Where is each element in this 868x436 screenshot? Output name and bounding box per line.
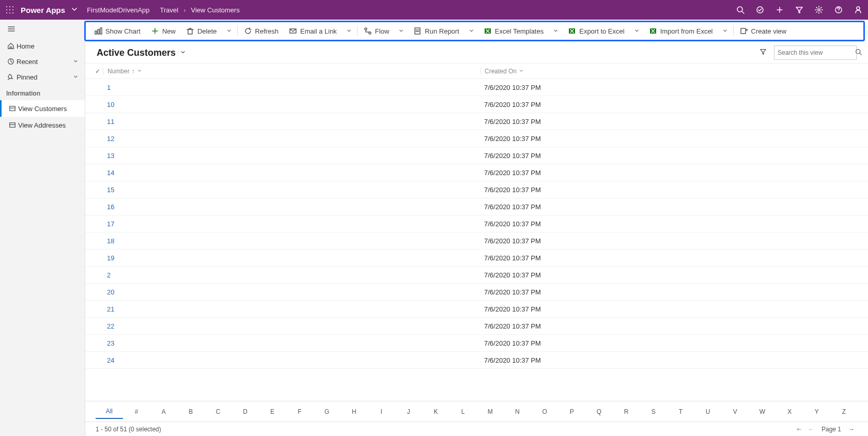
table-row[interactable]: 157/6/2020 10:37 PM [85, 181, 868, 198]
cell-number[interactable]: 1 [103, 84, 480, 91]
filter-icon[interactable] [789, 6, 809, 14]
alpha-l[interactable]: L [450, 405, 477, 418]
delete-button[interactable]: Delete [181, 22, 222, 40]
alpha-r[interactable]: R [613, 405, 640, 418]
data-grid[interactable]: ✓ Number ↑ Created On 17/6/2020 10:37 PM… [85, 63, 868, 401]
alpha-p[interactable]: P [558, 405, 585, 418]
alpha-y[interactable]: Y [803, 405, 830, 418]
alpha-all[interactable]: All [96, 404, 123, 419]
breadcrumb-2[interactable]: View Customers [188, 6, 243, 14]
alpha-j[interactable]: J [395, 405, 422, 418]
alpha-a[interactable]: A [150, 405, 177, 418]
nav-home[interactable]: Home [0, 38, 85, 54]
cell-number[interactable]: 14 [103, 169, 480, 177]
alpha-x[interactable]: X [776, 405, 803, 418]
table-row[interactable]: 127/6/2020 10:37 PM [85, 130, 868, 147]
table-row[interactable]: 107/6/2020 10:37 PM [85, 96, 868, 113]
run-report-split-chevron[interactable] [464, 26, 478, 36]
table-row[interactable]: 217/6/2020 10:37 PM [85, 301, 868, 318]
alpha-q[interactable]: Q [585, 405, 613, 418]
search-icon[interactable] [731, 6, 750, 14]
cell-number[interactable]: 10 [103, 101, 480, 108]
cell-number[interactable]: 15 [103, 186, 480, 194]
add-icon[interactable] [770, 6, 789, 14]
cell-number[interactable]: 11 [103, 118, 480, 126]
alpha-#[interactable]: # [123, 405, 150, 418]
import-excel-split-chevron[interactable] [718, 26, 732, 36]
export-excel-split-chevron[interactable] [630, 26, 644, 36]
alpha-c[interactable]: C [205, 405, 232, 418]
cell-number[interactable]: 19 [103, 254, 480, 262]
cell-number[interactable]: 2 [103, 271, 480, 279]
excel-templates-split-chevron[interactable] [549, 26, 563, 36]
view-switcher-chevron[interactable] [180, 49, 186, 57]
alpha-n[interactable]: N [504, 405, 531, 418]
funnel-icon[interactable] [760, 48, 767, 57]
help-icon[interactable] [829, 6, 848, 14]
alpha-u[interactable]: U [694, 405, 722, 418]
table-row[interactable]: 27/6/2020 10:37 PM [85, 267, 868, 284]
sidebar-item-view-addresses[interactable]: View Addresses [0, 117, 85, 133]
table-row[interactable]: 207/6/2020 10:37 PM [85, 284, 868, 301]
search-view-box[interactable] [774, 45, 857, 60]
table-row[interactable]: 117/6/2020 10:37 PM [85, 113, 868, 130]
table-row[interactable]: 237/6/2020 10:37 PM [85, 335, 868, 352]
flow-split-chevron[interactable] [394, 26, 408, 36]
nav-recent[interactable]: Recent [0, 54, 85, 69]
cell-number[interactable]: 22 [103, 322, 480, 330]
table-row[interactable]: 227/6/2020 10:37 PM [85, 318, 868, 335]
settings-icon[interactable] [809, 6, 829, 14]
cell-number[interactable]: 24 [103, 356, 480, 364]
table-row[interactable]: 187/6/2020 10:37 PM [85, 232, 868, 250]
cell-number[interactable]: 16 [103, 203, 480, 211]
column-header-created[interactable]: Created On [480, 68, 868, 75]
table-row[interactable]: 247/6/2020 10:37 PM [85, 352, 868, 369]
alpha-m[interactable]: M [476, 405, 504, 418]
flow-button[interactable]: Flow [359, 22, 394, 40]
export-excel-button[interactable]: Export to Excel [563, 22, 629, 40]
alpha-g[interactable]: G [313, 405, 340, 418]
cell-number[interactable]: 23 [103, 339, 480, 347]
new-button[interactable]: New [146, 22, 181, 40]
alpha-k[interactable]: K [422, 405, 450, 418]
create-view-button[interactable]: Create view [735, 22, 792, 40]
cell-number[interactable]: 20 [103, 288, 480, 296]
table-row[interactable]: 147/6/2020 10:37 PM [85, 164, 868, 181]
alpha-f[interactable]: F [286, 405, 314, 418]
sidebar-item-view-customers[interactable]: View Customers [0, 100, 85, 117]
user-icon[interactable] [848, 6, 868, 14]
import-excel-button[interactable]: Import from Excel [644, 22, 718, 40]
task-icon[interactable] [750, 6, 770, 14]
alpha-z[interactable]: Z [830, 405, 858, 418]
delete-split-chevron[interactable] [222, 26, 236, 36]
hamburger-button[interactable] [0, 20, 85, 38]
excel-templates-button[interactable]: Excel Templates [478, 22, 549, 40]
table-row[interactable]: 167/6/2020 10:37 PM [85, 198, 868, 215]
table-row[interactable]: 177/6/2020 10:37 PM [85, 215, 868, 232]
next-page-icon[interactable]: → [848, 426, 855, 433]
run-report-button[interactable]: Run Report [408, 22, 464, 40]
first-page-icon[interactable]: ⇤ [797, 426, 802, 433]
brand-chevron-icon[interactable] [70, 5, 84, 15]
alpha-s[interactable]: S [640, 405, 667, 418]
cell-number[interactable]: 17 [103, 220, 480, 228]
breadcrumb-app[interactable]: FirstModelDrivenApp [84, 6, 152, 14]
alpha-w[interactable]: W [749, 405, 776, 418]
email-split-chevron[interactable] [342, 26, 356, 36]
alpha-b[interactable]: B [177, 405, 205, 418]
breadcrumb-1[interactable]: Travel [153, 6, 182, 14]
alpha-t[interactable]: T [667, 405, 694, 418]
nav-pinned[interactable]: Pinned [0, 69, 85, 85]
cell-number[interactable]: 18 [103, 237, 480, 245]
brand-label[interactable]: Power Apps [20, 6, 70, 14]
refresh-button[interactable]: Refresh [239, 22, 284, 40]
cell-number[interactable]: 12 [103, 135, 480, 143]
prev-page-icon[interactable]: ← [808, 426, 814, 433]
alpha-i[interactable]: I [368, 405, 395, 418]
alpha-v[interactable]: V [721, 405, 749, 418]
column-chevron-icon[interactable] [137, 68, 142, 75]
table-row[interactable]: 137/6/2020 10:37 PM [85, 147, 868, 164]
column-chevron-icon[interactable] [519, 68, 524, 75]
alpha-e[interactable]: E [259, 405, 286, 418]
alpha-h[interactable]: H [340, 405, 368, 418]
